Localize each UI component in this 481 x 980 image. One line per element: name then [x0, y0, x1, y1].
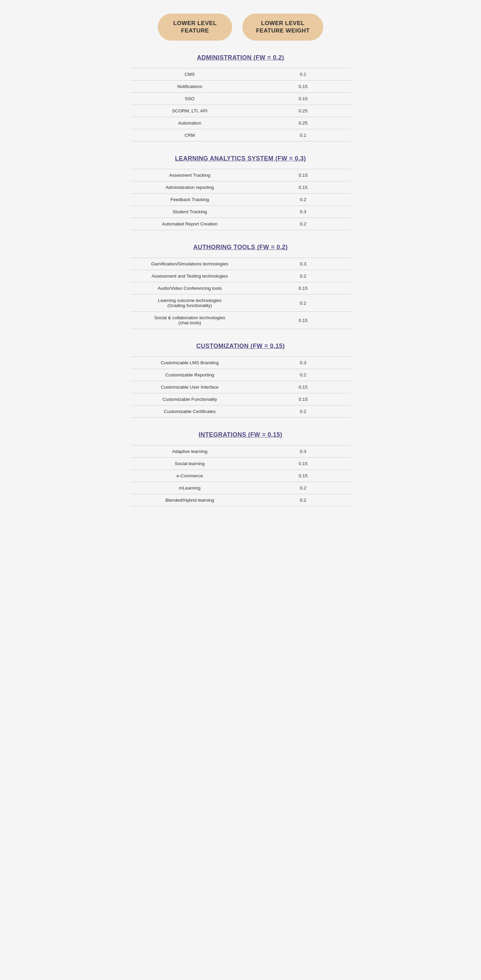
section-0: ADMINISTRATION (FW = 0.2)CMS0.1Notificat… [131, 54, 351, 142]
table-row: Notifications0.15 [131, 80, 351, 92]
section-1: LEARNING ANALYTICS SYSTEM (FW = 0.3)Asse… [131, 155, 351, 230]
feature-weight: 0.15 [256, 84, 351, 89]
section-3: CUSTOMIZATION (FW = 0.15)Customizable LM… [131, 342, 351, 418]
section-2: AUTHORING TOOLS (FW = 0.2)Gamification/S… [131, 244, 351, 329]
feature-name: mLearning [131, 485, 256, 490]
feature-weight: 0.3 [256, 261, 351, 266]
feature-weight: 0.25 [256, 108, 351, 113]
feature-weight: 0.15 [256, 397, 351, 402]
section-title-1: LEARNING ANALYTICS SYSTEM (FW = 0.3) [131, 155, 351, 162]
feature-weight: 0.2 [256, 221, 351, 226]
feature-weight: 0.15 [256, 286, 351, 291]
feature-name: Assessment and Testing technologies [131, 274, 256, 278]
feature-name: Gamification/Simulations technologies [131, 261, 256, 266]
feature-name: Learning outcome technologies(Grading fu… [131, 298, 256, 308]
feature-name: Customizable Certificates [131, 409, 256, 414]
table-row: Blended/Hybrid learning0.2 [131, 494, 351, 506]
feature-name: Customizable User Interface [131, 385, 256, 390]
section-4: INTEGRATIONS (FW = 0.15)Adaptive learnin… [131, 431, 351, 506]
table-row: Customizable Reporting0.2 [131, 369, 351, 381]
section-title-3: CUSTOMIZATION (FW = 0.15) [131, 342, 351, 350]
table-row: Audio/Video Conferencing tools0.15 [131, 282, 351, 294]
feature-name: e-Commerce [131, 473, 256, 478]
feature-weight: 0.25 [256, 121, 351, 126]
section-title-2: AUTHORING TOOLS (FW = 0.2) [131, 244, 351, 251]
table-row: Feedback Tracking0.2 [131, 193, 351, 205]
feature-weight: 0.2 [256, 301, 351, 305]
feature-weight: 0.3 [256, 209, 351, 214]
table-row: Social & collaboration technologies(chat… [131, 312, 351, 329]
table-row: Adaptive learning0.3 [131, 445, 351, 457]
feature-name: Customizable Functionality [131, 397, 256, 402]
table-row: CMS0.1 [131, 68, 351, 80]
feature-name: Automation [131, 121, 256, 126]
lower-level-feature-weight-badge: LOWER LEVELFEATURE WEIGHT [242, 14, 323, 41]
feature-name: CRM [131, 133, 256, 138]
feature-name: Blended/Hybrid learning [131, 498, 256, 503]
table-row: SSO0.15 [131, 92, 351, 105]
feature-name: CMS [131, 72, 256, 77]
feature-weight: 0.15 [256, 385, 351, 390]
feature-name: Social & collaboration technologies(chat… [131, 315, 256, 325]
lower-level-feature-badge: LOWER LEVELFEATURE [158, 14, 232, 41]
feature-weight: 0.2 [256, 409, 351, 414]
feature-name: Customizable Reporting [131, 372, 256, 377]
feature-weight: 0.2 [256, 197, 351, 202]
feature-weight: 0.15 [256, 173, 351, 178]
table-row: Gamification/Simulations technologies0.3 [131, 258, 351, 270]
feature-weight: 0.15 [256, 185, 351, 190]
feature-weight: 0.2 [256, 485, 351, 490]
feature-name: Feedback Tracking [131, 197, 256, 202]
feature-name: SSO [131, 96, 256, 101]
table-row: Administration reporting0.15 [131, 181, 351, 193]
feature-name: Social learning [131, 461, 256, 466]
feature-name: Student Tracking [131, 209, 256, 214]
table-row: Customizable Functionality0.15 [131, 393, 351, 405]
table-row: Customizable LMS Branding0.3 [131, 356, 351, 369]
feature-name: Assesment Tracking [131, 173, 256, 178]
feature-name: Notifications [131, 84, 256, 89]
feature-weight: 0.15 [256, 96, 351, 101]
table-row: CRM0.1 [131, 129, 351, 142]
feature-weight: 0.3 [256, 360, 351, 365]
feature-weight: 0.15 [256, 461, 351, 466]
feature-weight: 0.3 [256, 449, 351, 454]
table-row: Social learning0.15 [131, 457, 351, 469]
feature-name: Audio/Video Conferencing tools [131, 286, 256, 291]
table-row: Learning outcome technologies(Grading fu… [131, 294, 351, 312]
feature-name: Administration reporting [131, 185, 256, 190]
table-row: Customizable Certificates0.2 [131, 405, 351, 418]
table-row: SCORM, LTI, API0.25 [131, 105, 351, 117]
table-row: Automated Report Creation0.2 [131, 218, 351, 230]
table-row: Student Tracking0.3 [131, 205, 351, 218]
header-badges: LOWER LEVELFEATURE LOWER LEVELFEATURE WE… [131, 14, 351, 41]
feature-name: SCORM, LTI, API [131, 108, 256, 113]
section-title-4: INTEGRATIONS (FW = 0.15) [131, 431, 351, 438]
section-title-0: ADMINISTRATION (FW = 0.2) [131, 54, 351, 61]
table-row: e-Commerce0.15 [131, 469, 351, 482]
feature-weight: 0.1 [256, 72, 351, 77]
table-row: Automation0.25 [131, 117, 351, 129]
table-row: mLearning0.2 [131, 482, 351, 494]
feature-weight: 0.1 [256, 133, 351, 138]
table-row: Customizable User Interface0.15 [131, 381, 351, 393]
feature-weight: 0.2 [256, 498, 351, 503]
feature-weight: 0.2 [256, 372, 351, 377]
feature-name: Customizable LMS Branding [131, 360, 256, 365]
feature-weight: 0.15 [256, 318, 351, 323]
feature-name: Adaptive learning [131, 449, 256, 454]
table-row: Assessment and Testing technologies0.2 [131, 270, 351, 282]
table-row: Assesment Tracking0.15 [131, 169, 351, 181]
feature-name: Automated Report Creation [131, 221, 256, 226]
feature-weight: 0.15 [256, 473, 351, 478]
feature-weight: 0.2 [256, 274, 351, 278]
